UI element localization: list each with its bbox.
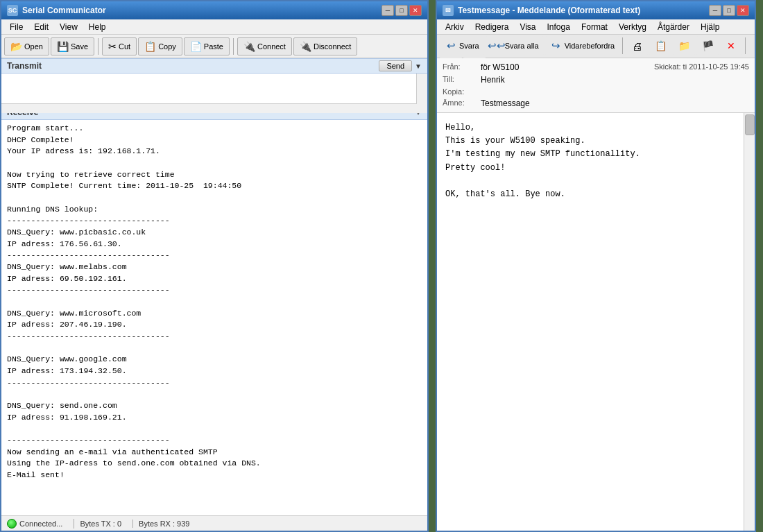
email-close-button[interactable]: ✕ <box>737 5 749 16</box>
sent-label: Skickat: ti 2011-10-25 19:45 <box>654 62 749 71</box>
from-value: för W5100 <box>481 62 654 72</box>
paste-label: Paste <box>204 42 223 51</box>
print-button[interactable]: 🖨 <box>626 36 648 55</box>
subject-label: Ämne: <box>443 98 481 107</box>
serial-menu-edit[interactable]: Edit <box>28 21 54 33</box>
serial-toolbar: 📂 Open 💾 Save ✂ Cut 📋 Copy 📄 Paste 🔌 Con… <box>1 35 427 58</box>
delete-email-icon: ✕ <box>725 40 737 52</box>
copy-email-icon: 📋 <box>654 40 667 52</box>
serial-maximize-button[interactable]: □ <box>395 5 408 16</box>
disconnect-icon: 🔌 <box>300 41 311 52</box>
email-scrollbar-thumb[interactable] <box>745 114 755 135</box>
svara-alla-label: Svara alla <box>505 42 539 50</box>
save-button[interactable]: 💾 Save <box>51 37 94 55</box>
bytes-rx-segment: Bytes RX : 939 <box>139 520 200 528</box>
email-app-icon: ✉ <box>443 5 454 16</box>
from-row: Från: för W5100 Skickat: ti 2011-10-25 1… <box>443 61 749 74</box>
open-button[interactable]: 📂 Open <box>4 37 49 55</box>
email-menu-verktyg[interactable]: Verktyg <box>613 21 652 33</box>
transmit-input[interactable] <box>1 74 416 101</box>
serial-communicator-window: SC Serial Communicator ─ □ ✕ File Edit V… <box>0 0 429 532</box>
email-sep-2 <box>745 37 746 54</box>
email-menu-infoga[interactable]: Infoga <box>542 21 576 33</box>
cut-button[interactable]: ✂ Cut <box>102 37 137 55</box>
subject-value: Testmessage <box>481 98 749 108</box>
receive-section: Receive ▼ Program start... DHCP Complete… <box>1 105 427 515</box>
connected-text: Connected... <box>19 520 62 528</box>
copy-label: Copy <box>158 42 176 51</box>
email-titlebar: ✉ Testmessage - Meddelande (Oformaterad … <box>437 1 755 19</box>
transmit-hscroll[interactable] <box>1 103 427 113</box>
email-menu-format[interactable]: Format <box>576 21 613 33</box>
email-title-text: Testmessage - Meddelande (Oformaterad te… <box>458 6 640 15</box>
send-button[interactable]: Send <box>379 60 412 71</box>
vidarebefordra-label: Vidarebefordra <box>565 42 615 50</box>
disconnect-button[interactable]: 🔌 Disconnect <box>293 37 357 55</box>
email-body-scrollbar[interactable] <box>744 113 755 531</box>
email-menu-arkiv[interactable]: Arkiv <box>440 21 470 33</box>
email-window: ✉ Testmessage - Meddelande (Oformaterad … <box>436 0 756 532</box>
transmit-input-area <box>1 74 427 105</box>
connect-button[interactable]: 🔌 Connect <box>237 37 292 55</box>
email-menu-redigera[interactable]: Redigera <box>470 21 515 33</box>
disconnect-label: Disconnect <box>314 42 351 51</box>
email-sep-1 <box>622 37 623 54</box>
toolbar-sep-2 <box>233 38 234 55</box>
cc-row: Kopia: <box>443 86 749 97</box>
transmit-scrollbar[interactable] <box>416 74 427 104</box>
vidarebefordra-icon: ↪ <box>550 40 563 52</box>
email-menu-atgarder[interactable]: Åtgärder <box>652 21 695 33</box>
svara-icon: ↩ <box>445 40 457 52</box>
serial-menubar: File Edit View Help <box>1 19 427 35</box>
serial-menu-view[interactable]: View <box>54 21 83 33</box>
connect-label: Connect <box>257 42 286 51</box>
save-icon: 💾 <box>57 41 69 52</box>
email-menu-visa[interactable]: Visa <box>514 21 541 33</box>
email-headers: Från: för W5100 Skickat: ti 2011-10-25 1… <box>437 58 755 113</box>
receive-text: Program start... DHCP Complete! Your IP … <box>1 120 427 484</box>
transmit-section: Transmit Send ▼ <box>1 58 427 105</box>
open-label: Open <box>24 42 43 51</box>
copy-button[interactable]: 📋 Copy <box>138 37 182 55</box>
flag-button[interactable]: 🏴 <box>696 36 719 55</box>
send-dropdown-icon[interactable]: ▼ <box>415 62 422 70</box>
email-maximize-button[interactable]: □ <box>723 5 735 16</box>
move-button[interactable]: 📁 <box>673 36 695 55</box>
connect-icon: 🔌 <box>243 41 255 52</box>
svara-button[interactable]: ↩ Svara <box>440 36 484 55</box>
copy-email-button[interactable]: 📋 <box>649 36 671 55</box>
cut-icon: ✂ <box>108 41 117 52</box>
transmit-controls: Send ▼ <box>379 60 422 71</box>
paste-icon: 📄 <box>190 41 202 52</box>
svara-alla-button[interactable]: ↩↩ Svara alla <box>486 36 544 55</box>
connection-status: Connected... <box>7 519 74 529</box>
vidarebefordra-button[interactable]: ↪ Vidarebefordra <box>545 36 620 55</box>
serial-menu-help[interactable]: Help <box>83 21 112 33</box>
move-icon: 📁 <box>678 40 690 52</box>
email-title-left: ✉ Testmessage - Meddelande (Oformaterad … <box>443 5 640 16</box>
receive-content[interactable]: Program start... DHCP Complete! Your IP … <box>1 120 427 515</box>
serial-app-icon: SC <box>7 5 18 16</box>
svara-alla-icon: ↩↩ <box>490 40 503 52</box>
email-window-controls: ─ □ ✕ <box>709 5 749 16</box>
to-label: Till: <box>443 75 481 83</box>
email-minimize-button[interactable]: ─ <box>709 5 721 16</box>
email-body[interactable]: Hello, This is your W5100 speaking. I'm … <box>437 113 755 531</box>
paste-button[interactable]: 📄 Paste <box>184 37 230 55</box>
to-row: Till: Henrik <box>443 74 749 86</box>
serial-statusbar: Connected... Bytes TX : 0 Bytes RX : 939 <box>1 515 427 531</box>
flag-icon: 🏴 <box>701 40 714 52</box>
bytes-tx-text: Bytes TX : 0 <box>80 520 121 528</box>
svara-label: Svara <box>459 42 479 50</box>
serial-close-button[interactable]: ✕ <box>409 5 422 16</box>
transmit-header: Transmit Send ▼ <box>1 58 427 74</box>
delete-email-button[interactable]: ✕ <box>720 36 742 55</box>
bytes-tx-segment: Bytes TX : 0 <box>80 520 133 528</box>
serial-title-left: SC Serial Communicator <box>7 5 106 16</box>
open-icon: 📂 <box>10 41 22 52</box>
serial-minimize-button[interactable]: ─ <box>382 5 394 16</box>
serial-title-text: Serial Communicator <box>22 6 106 15</box>
cut-label: Cut <box>119 42 130 51</box>
serial-menu-file[interactable]: File <box>4 21 28 33</box>
email-menu-hjalp[interactable]: Hjälp <box>695 21 725 33</box>
